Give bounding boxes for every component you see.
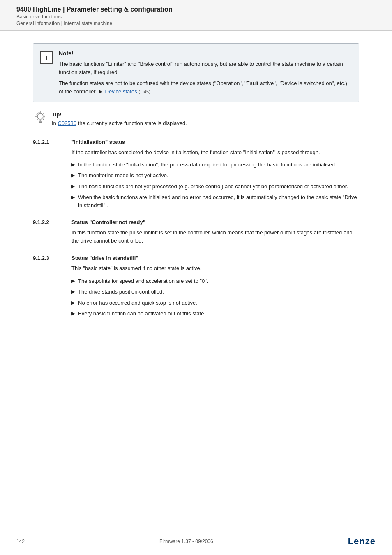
device-states-link[interactable]: Device states: [105, 88, 137, 95]
svg-point-0: [37, 113, 43, 119]
tip-para: In C02530 the currently active function …: [52, 119, 187, 127]
tip-icon: [33, 110, 48, 125]
section-9.1.2.1: 9.1.2.1"Initialisation" statusIf the con…: [33, 139, 359, 210]
note-content: Note! The basic functions "Limiter" and …: [59, 50, 350, 95]
list-item: ▶The basic functions are not yet process…: [71, 183, 359, 191]
page-number: 142: [16, 539, 25, 544]
bullet-arrow-icon: ▶: [71, 183, 75, 190]
main-content: i Note! The basic functions "Limiter" an…: [0, 31, 392, 352]
bullet-text-0-1: The monitoring mode is not yet active.: [78, 171, 168, 180]
tip-box: Tip! In C02530 the currently active func…: [33, 111, 359, 127]
bullet-arrow-icon: ▶: [71, 278, 75, 284]
section-title-1: Status "Controller not ready": [71, 219, 145, 225]
list-item: ▶The setpoints for speed and acceleratio…: [71, 277, 359, 285]
sections-container: 9.1.2.1"Initialisation" statusIf the con…: [33, 139, 359, 318]
section-number-0: 9.1.2.1: [33, 139, 62, 145]
list-item: ▶Every basic function can be activated o…: [71, 310, 359, 318]
bullet-arrow-icon: ▶: [71, 172, 75, 179]
bullet-arrow-icon: ▶: [71, 299, 75, 306]
page-header: 9400 HighLine | Parameter setting & conf…: [0, 0, 392, 31]
tip-title: Tip!: [52, 111, 187, 118]
section-9.1.2.3: 9.1.2.3Status "drive in standstill"This …: [33, 255, 359, 317]
svg-line-5: [37, 113, 38, 114]
bullet-arrow-icon: ▶: [71, 194, 75, 201]
list-item: ▶The monitoring mode is not yet active.: [71, 171, 359, 180]
tip-para-suffix: the currently active function state is d…: [78, 120, 187, 126]
bullet-text-2-3: Every basic function can be activated ou…: [78, 310, 205, 318]
bullet-text-0-2: The basic functions are not yet processe…: [78, 183, 348, 191]
note-box: i Note! The basic functions "Limiter" an…: [33, 43, 359, 102]
breadcrumb-line2: General information | Internal state mac…: [16, 21, 376, 26]
list-item: ▶The drive stands position-controlled.: [71, 288, 359, 296]
bullet-list-2: ▶The setpoints for speed and acceleratio…: [71, 277, 359, 318]
tip-para-prefix: In: [52, 120, 56, 126]
section-title-0: "Initialisation" status: [71, 139, 125, 145]
firmware-label: Firmware 1.37 - 09/2006: [159, 539, 213, 544]
bullet-text-0-3: When the basic functions are initialised…: [78, 193, 359, 209]
note-page-ref: (⊐45): [138, 89, 150, 94]
bullet-text-2-2: No error has occurred and quick stop is …: [78, 299, 197, 307]
note-para1: The basic functions "Limiter" and "Brake…: [59, 60, 350, 76]
section-number-1: 9.1.2.2: [33, 219, 62, 225]
section-body-para-0: If the controller has completed the devi…: [71, 148, 359, 157]
note-device-states-arrow: ►: [98, 88, 105, 95]
bullet-text-0-0: In the function state "Initialisation", …: [78, 161, 337, 169]
lenze-logo: Lenze: [348, 536, 376, 547]
section-body-para-1: In this function state the pulse inhibit…: [71, 229, 359, 245]
bullet-text-2-0: The setpoints for speed and acceleration…: [78, 277, 208, 285]
list-item: ▶When the basic functions are initialise…: [71, 193, 359, 209]
section-9.1.2.2: 9.1.2.2Status "Controller not ready"In t…: [33, 219, 359, 245]
bullet-arrow-icon: ▶: [71, 310, 75, 317]
section-body-para-2: This "basic state" is assumed if no othe…: [71, 264, 359, 273]
bullet-text-2-1: The drive stands position-controlled.: [78, 288, 164, 296]
note-icon: i: [40, 51, 53, 64]
bullet-list-0: ▶In the function state "Initialisation",…: [71, 161, 359, 210]
c02530-link[interactable]: C02530: [58, 120, 76, 126]
page-title: 9400 HighLine | Parameter setting & conf…: [16, 6, 376, 13]
breadcrumb-line1: Basic drive functions: [16, 14, 376, 20]
section-number-2: 9.1.2.3: [33, 255, 62, 261]
section-title-2: Status "drive in standstill": [71, 255, 138, 261]
note-para2: The function states are not to be confus…: [59, 79, 350, 95]
tip-content: Tip! In C02530 the currently active func…: [52, 111, 187, 127]
list-item: ▶No error has occurred and quick stop is…: [71, 299, 359, 307]
bullet-arrow-icon: ▶: [71, 161, 75, 168]
note-title: Note!: [59, 50, 350, 57]
page-footer: 142 Firmware 1.37 - 09/2006 Lenze: [0, 536, 392, 547]
list-item: ▶In the function state "Initialisation",…: [71, 161, 359, 169]
bullet-arrow-icon: ▶: [71, 288, 75, 295]
